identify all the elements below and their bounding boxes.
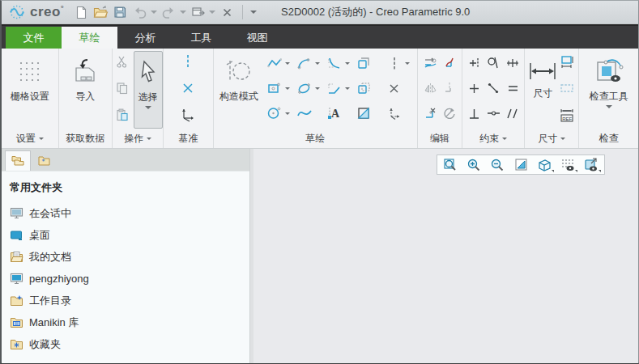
point-datum-button[interactable] — [179, 79, 197, 97]
grid-settings-button[interactable]: 栅格设置 — [7, 51, 53, 129]
folder-item-favorites[interactable]: 收藏夹 — [10, 333, 249, 355]
group-label-dimension[interactable]: 尺寸 — [525, 129, 579, 148]
tab-sketch[interactable]: 草绘 — [62, 27, 117, 49]
regenerate-window-button[interactable] — [189, 3, 207, 21]
refit-button[interactable] — [441, 156, 460, 173]
construction-mode-button[interactable]: 构造模式 — [215, 51, 262, 129]
chevron-down-icon[interactable] — [315, 62, 320, 65]
coincident-constraint-icon — [487, 82, 500, 95]
palette-icon — [357, 107, 371, 120]
palette-button[interactable] — [356, 104, 373, 122]
paste-button[interactable] — [113, 106, 131, 124]
repaint-button[interactable] — [511, 156, 530, 173]
chevron-down-icon[interactable] — [285, 112, 290, 115]
chevron-down-icon[interactable] — [285, 87, 290, 90]
line-chain-button[interactable] — [266, 54, 283, 72]
rotate-resize-button[interactable] — [441, 104, 458, 122]
chevron-down-icon[interactable] — [345, 87, 350, 90]
undo-button[interactable] — [130, 3, 148, 21]
parallel-constraint-button[interactable] — [504, 104, 522, 122]
datum-display-filters-button[interactable] — [558, 156, 577, 173]
paste-icon — [116, 108, 129, 121]
sketch-coordinate-system-button[interactable] — [386, 104, 403, 122]
save-button[interactable] — [111, 3, 129, 21]
delete-segment-button[interactable] — [441, 54, 458, 72]
corner-button[interactable] — [421, 104, 439, 122]
tab-analysis[interactable]: 分析 — [117, 27, 173, 49]
ellipse-button[interactable] — [296, 79, 313, 97]
spline-button[interactable] — [296, 104, 313, 122]
copy-button[interactable] — [113, 79, 131, 97]
close-window-button[interactable] — [218, 3, 236, 21]
window-dropdown[interactable] — [208, 3, 216, 21]
zoom-out-button[interactable] — [488, 156, 507, 173]
tangent-constraint-button[interactable] — [484, 54, 502, 72]
midpoint-constraint-button[interactable] — [504, 54, 522, 72]
redo-dropdown[interactable] — [179, 3, 187, 21]
inspect-tools-button[interactable]: 检查工具 — [586, 51, 632, 129]
chevron-down-icon[interactable] — [285, 62, 290, 65]
mirror-button[interactable] — [421, 79, 439, 97]
centerline-datum-button[interactable] — [179, 53, 197, 70]
equal-constraint-button[interactable] — [504, 79, 522, 97]
chevron-down-icon[interactable] — [345, 62, 350, 65]
text-button[interactable]: A — [326, 104, 343, 122]
tab-tools[interactable]: 工具 — [173, 27, 229, 49]
chevron-down-icon — [180, 11, 186, 14]
group-label-operations[interactable]: 操作 — [113, 129, 163, 148]
chamfer-button[interactable] — [326, 79, 343, 97]
divide-button[interactable] — [441, 79, 458, 97]
chevron-down-icon[interactable] — [405, 62, 410, 65]
chevron-down-icon[interactable] — [315, 87, 320, 90]
cut-button[interactable] — [113, 53, 131, 70]
centerline-button[interactable] — [386, 54, 403, 72]
chevron-down-icon — [599, 170, 601, 172]
horizontal-constraint-button[interactable] — [465, 79, 483, 97]
new-file-button[interactable] — [72, 3, 90, 21]
rectangle-button[interactable] — [266, 79, 283, 97]
annotation-display-button[interactable] — [581, 156, 601, 173]
folder-item-manikin-library[interactable]: Manikin 库 — [10, 311, 249, 333]
manikin-library-icon — [10, 316, 23, 328]
tab-view[interactable]: 视图 — [229, 27, 285, 49]
vertical-constraint-button[interactable] — [465, 54, 483, 72]
import-button[interactable]: 导入 — [68, 51, 102, 129]
chevron-down-icon — [560, 138, 565, 140]
arc-button[interactable] — [296, 54, 313, 72]
fillet-button[interactable] — [326, 54, 343, 72]
tab-folder-browser[interactable] — [5, 150, 31, 171]
folder-item-desktop[interactable]: 桌面 — [10, 224, 249, 246]
perimeter-dimension-button[interactable] — [558, 53, 576, 70]
folder-item-my-documents[interactable]: 我的文档 — [10, 246, 249, 268]
dimension-button[interactable]: 尺寸 — [527, 51, 558, 129]
select-button[interactable]: 选择 — [134, 51, 163, 129]
symmetric-constraint-button[interactable] — [484, 104, 502, 122]
folder-item-computer[interactable]: pengzhiyong — [10, 268, 249, 290]
reference-dimension-button[interactable]: REF — [558, 106, 576, 124]
thicken-button[interactable] — [356, 79, 373, 97]
redo-button[interactable] — [160, 3, 177, 21]
display-style-button[interactable] — [535, 156, 554, 173]
circle-button[interactable] — [266, 104, 283, 122]
coincident-constraint-button[interactable] — [484, 79, 502, 97]
tab-favorites[interactable]: * — [31, 150, 57, 171]
offset-button[interactable] — [356, 54, 373, 72]
folder-item-working-directory[interactable]: 工作目录 — [10, 290, 249, 311]
coordinate-system-datum-button[interactable] — [179, 106, 197, 124]
tab-file[interactable]: 文件 — [6, 27, 62, 49]
group-label-constrain[interactable]: 约束 — [462, 129, 524, 148]
graphics-area[interactable] — [253, 149, 638, 363]
undo-dropdown[interactable] — [150, 3, 158, 21]
group-label-datum: 基准 — [164, 129, 213, 148]
perpendicular-constraint-button[interactable] — [465, 104, 483, 122]
group-label-settings[interactable]: 设置 — [2, 129, 58, 148]
baseline-dimension-button[interactable] — [558, 79, 576, 97]
point-button[interactable] — [386, 79, 403, 97]
chevron-down-icon — [147, 138, 151, 140]
working-directory-icon — [10, 294, 23, 307]
open-file-button[interactable] — [92, 3, 109, 21]
zoom-in-button[interactable] — [464, 156, 484, 173]
folder-item-in-session[interactable]: 在会话中 — [10, 202, 249, 224]
customize-toolbar-dropdown[interactable] — [249, 3, 258, 21]
modify-button[interactable] — [421, 54, 439, 72]
